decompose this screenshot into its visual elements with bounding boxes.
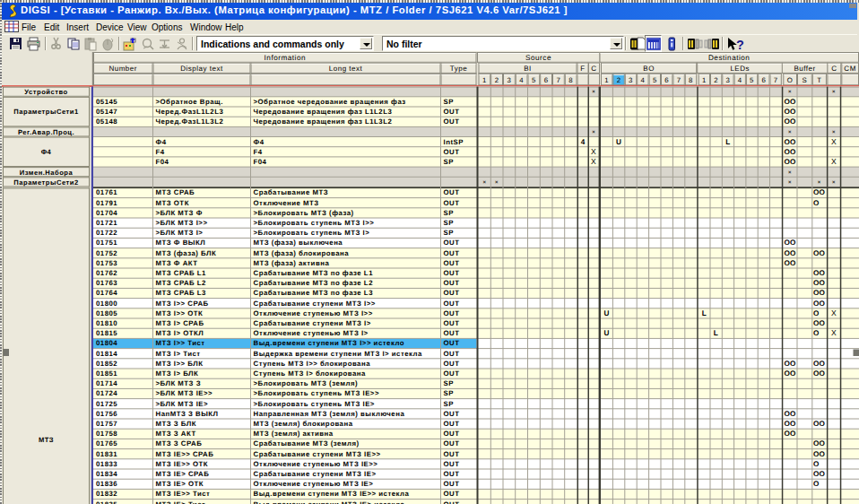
- svg-text:Выд.времени ступени МТЗ I>> ис: Выд.времени ступени МТЗ I>> истекло: [254, 339, 405, 347]
- svg-text:6: 6: [664, 76, 669, 84]
- svg-text:МТЗ З БЛК: МТЗ З БЛК: [156, 420, 197, 428]
- svg-text:OO: OO: [813, 470, 826, 478]
- svg-text:F4: F4: [156, 148, 165, 156]
- svg-text:OUT: OUT: [444, 259, 460, 267]
- svg-text:2: 2: [617, 76, 621, 84]
- svg-text:01832: 01832: [96, 490, 117, 498]
- svg-text:T: T: [817, 76, 821, 84]
- svg-text:>БЛК МТЗ I>: >БЛК МТЗ I>: [156, 229, 204, 237]
- svg-text:>Блокировать ступень МТЗ I>>: >Блокировать ступень МТЗ I>>: [254, 219, 375, 227]
- svg-text:OO: OO: [813, 269, 826, 277]
- svg-text:МТЗ З СРАБ: МТЗ З СРАБ: [156, 439, 203, 448]
- svg-text:OO: OO: [785, 148, 797, 156]
- svg-text:МТЗ Ф ВЫКЛ: МТЗ Ф ВЫКЛ: [156, 239, 206, 247]
- svg-text:1: 1: [482, 76, 487, 84]
- svg-text:×: ×: [788, 170, 792, 176]
- svg-text:01752: 01752: [96, 249, 117, 257]
- svg-text:01805: 01805: [96, 309, 117, 317]
- svg-text:МТЗ IE> СРАБ: МТЗ IE> СРАБ: [156, 470, 210, 478]
- svg-text:7: 7: [556, 76, 560, 84]
- svg-text:Черед.ФазL1L3L2: Черед.ФазL1L3L2: [156, 117, 224, 126]
- svg-text:>БЛК МТЗ З: >БЛК МТЗ З: [156, 379, 202, 387]
- svg-text:>Блокировать МТЗ (земля): >Блокировать МТЗ (земля): [254, 379, 359, 387]
- svg-text:01810: 01810: [96, 319, 117, 327]
- svg-text:3: 3: [726, 76, 731, 84]
- svg-text:Выд.времени ступени МТЗ IE>> и: Выд.времени ступени МТЗ IE>> истекла: [254, 490, 410, 498]
- svg-text:L: L: [714, 329, 719, 337]
- svg-text:X: X: [831, 137, 837, 146]
- svg-text:Измен.Набора: Измен.Набора: [20, 169, 74, 177]
- svg-text:>Блокировать ступень МТЗ IE>>: >Блокировать ступень МТЗ IE>>: [254, 389, 379, 397]
- svg-text:Срабатывание МТЗ (земля): Срабатывание МТЗ (земля): [254, 439, 360, 448]
- svg-text:OUT: OUT: [444, 460, 460, 468]
- svg-text:01852: 01852: [96, 360, 117, 368]
- svg-text:>БЛК МТЗ IE>: >БЛК МТЗ IE>: [156, 400, 209, 408]
- svg-text:МТЗ IE>> СРАБ: МТЗ IE>> СРАБ: [156, 450, 214, 458]
- svg-text:OO: OO: [813, 360, 826, 368]
- svg-text:U: U: [603, 329, 609, 337]
- svg-text:U: U: [616, 138, 621, 146]
- svg-text:OUT: OUT: [444, 117, 460, 126]
- svg-text:?: ?: [736, 38, 744, 52]
- svg-text:LEDs: LEDs: [730, 65, 750, 73]
- svg-text:МТЗ (фаза) блокирована: МТЗ (фаза) блокирована: [254, 249, 350, 257]
- svg-text:OO: OO: [813, 300, 826, 308]
- svg-text:05148: 05148: [96, 117, 117, 126]
- svg-text:OO: OO: [785, 138, 797, 146]
- svg-text:01791: 01791: [96, 199, 117, 207]
- svg-text:Отключение ступенью МТЗ I>>: Отключение ступенью МТЗ I>>: [254, 309, 373, 317]
- svg-text:01765: 01765: [96, 439, 117, 448]
- svg-text:SP: SP: [444, 400, 454, 408]
- svg-text:Черед.ФазL1L2L3: Черед.ФазL1L2L3: [156, 108, 224, 116]
- svg-text:Отключение МТЗ: Отключение МТЗ: [254, 199, 319, 207]
- svg-text:01725: 01725: [96, 400, 117, 408]
- svg-text:×: ×: [832, 180, 836, 186]
- svg-text:OO: OO: [785, 98, 797, 106]
- svg-text:01815: 01815: [96, 329, 117, 337]
- svg-text:O: O: [813, 480, 820, 488]
- svg-text:O: O: [813, 199, 820, 207]
- svg-text:5: 5: [532, 76, 536, 84]
- svg-text:01714: 01714: [96, 379, 117, 387]
- svg-text:НапМТЗ З ВЫКЛ: НапМТЗ З ВЫКЛ: [156, 410, 219, 418]
- svg-text:BI: BI: [524, 65, 532, 73]
- svg-text:OUT: OUT: [444, 350, 460, 358]
- svg-text:L: L: [725, 138, 731, 146]
- svg-text:OUT: OUT: [444, 199, 460, 207]
- svg-text:Ступень МТЗ I> блокирована: Ступень МТЗ I> блокирована: [254, 369, 367, 378]
- svg-text:>Обратное Вращ.: >Обратное Вращ.: [156, 98, 223, 106]
- svg-text:МТЗ СРАБ: МТЗ СРАБ: [156, 188, 195, 196]
- svg-text:МТЗ (земля) активна: МТЗ (земля) активна: [254, 430, 334, 438]
- svg-text:МТЗ IE> ОТК: МТЗ IE> ОТК: [156, 480, 204, 488]
- svg-text:МТЗ СРАБ L2: МТЗ СРАБ L2: [156, 279, 207, 287]
- svg-text:OUT: OUT: [444, 420, 460, 428]
- svg-text:МТЗ (фаза) активна: МТЗ (фаза) активна: [254, 259, 330, 267]
- svg-text:O: O: [813, 460, 820, 468]
- svg-text:МТЗ I>> СРАБ: МТЗ I>> СРАБ: [156, 300, 209, 308]
- svg-text:Рег.Авар.Проц.: Рег.Авар.Проц.: [18, 128, 74, 136]
- svg-text:01814: 01814: [96, 350, 117, 358]
- svg-text:Срабатывание МТЗ по фазе L1: Срабатывание МТЗ по фазе L1: [254, 269, 374, 277]
- svg-text:Чередование вращения фаз L1L2L: Чередование вращения фаз L1L2L3: [254, 108, 393, 116]
- svg-text:O: O: [813, 309, 820, 317]
- svg-text:OO: OO: [785, 158, 797, 166]
- svg-text:3: 3: [507, 76, 511, 84]
- svg-text:OUT: OUT: [444, 319, 460, 327]
- svg-text:Устройство: Устройство: [24, 88, 67, 96]
- svg-text:1: 1: [604, 76, 609, 84]
- svg-text:X: X: [591, 147, 596, 156]
- svg-text:OO: OO: [813, 249, 826, 257]
- svg-text:Срабатывание МТЗ: Срабатывание МТЗ: [254, 188, 329, 196]
- svg-text:OUT: OUT: [444, 300, 460, 308]
- svg-text:X: X: [831, 308, 837, 317]
- svg-text:×: ×: [832, 130, 836, 135]
- svg-text:01753: 01753: [96, 259, 117, 267]
- svg-text:OO: OO: [785, 239, 797, 247]
- svg-text:×: ×: [818, 180, 821, 186]
- svg-text:OO: OO: [813, 450, 826, 458]
- svg-text:F04: F04: [254, 158, 267, 166]
- svg-text:OUT: OUT: [444, 439, 460, 448]
- svg-text:Ф4: Ф4: [156, 138, 167, 146]
- svg-text:01800: 01800: [96, 300, 117, 308]
- svg-text:Type: Type: [450, 65, 467, 73]
